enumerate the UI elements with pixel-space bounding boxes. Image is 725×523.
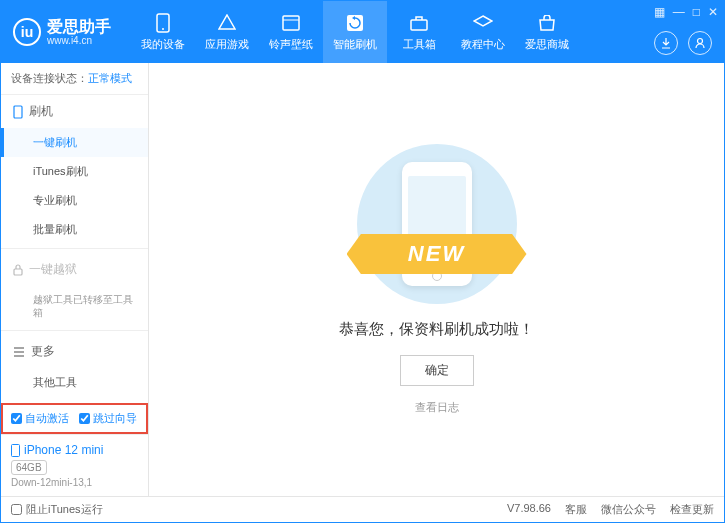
connection-status: 设备连接状态：正常模式 bbox=[1, 63, 148, 95]
sidebar-other-tools[interactable]: 其他工具 bbox=[1, 368, 148, 397]
options-row: 自动激活 跳过向导 bbox=[1, 403, 148, 434]
skip-guide-checkbox[interactable]: 跳过向导 bbox=[79, 411, 137, 426]
svg-rect-7 bbox=[14, 269, 22, 275]
phone-icon bbox=[153, 13, 173, 33]
nav-store[interactable]: 爱思商城 bbox=[515, 1, 579, 63]
wallpaper-icon bbox=[281, 13, 301, 33]
svg-rect-2 bbox=[283, 16, 299, 30]
app-site: www.i4.cn bbox=[47, 35, 111, 46]
sidebar-itunes-flash[interactable]: iTunes刷机 bbox=[1, 157, 148, 186]
device-phone-icon bbox=[11, 444, 20, 457]
svg-point-5 bbox=[698, 39, 703, 44]
success-illustration: NEW bbox=[357, 144, 517, 304]
success-message: 恭喜您，保资料刷机成功啦！ bbox=[339, 320, 534, 339]
lock-icon bbox=[13, 264, 23, 276]
refresh-icon bbox=[345, 13, 365, 33]
new-ribbon: NEW bbox=[347, 234, 527, 274]
user-button[interactable] bbox=[688, 31, 712, 55]
device-name-text: iPhone 12 mini bbox=[24, 443, 103, 457]
svg-point-1 bbox=[162, 28, 164, 30]
footer: 阻止iTunes运行 V7.98.66 客服 微信公众号 检查更新 bbox=[1, 496, 724, 522]
graduation-icon bbox=[473, 13, 493, 33]
flash-group[interactable]: 刷机 bbox=[1, 95, 148, 128]
main-content: NEW 恭喜您，保资料刷机成功啦！ 确定 查看日志 bbox=[149, 63, 724, 496]
sidebar-pro-flash[interactable]: 专业刷机 bbox=[1, 186, 148, 215]
maximize-button[interactable]: □ bbox=[693, 5, 700, 19]
svg-rect-6 bbox=[14, 106, 22, 118]
block-itunes-checkbox[interactable]: 阻止iTunes运行 bbox=[11, 502, 103, 517]
nav-ringtone[interactable]: 铃声壁纸 bbox=[259, 1, 323, 63]
svg-rect-8 bbox=[12, 444, 20, 456]
logo-icon: iu bbox=[13, 18, 41, 46]
sidebar-onekey-flash[interactable]: 一键刷机 bbox=[1, 128, 148, 157]
device-firmware: Down-12mini-13,1 bbox=[11, 477, 138, 488]
nav-apps[interactable]: 应用游戏 bbox=[195, 1, 259, 63]
minimize-button[interactable]: — bbox=[673, 5, 685, 19]
list-icon bbox=[13, 347, 25, 357]
jailbreak-group: 一键越狱 bbox=[1, 253, 148, 286]
store-icon bbox=[537, 13, 557, 33]
window-controls: ▦ — □ ✕ bbox=[654, 5, 718, 19]
download-button[interactable] bbox=[654, 31, 678, 55]
wechat-link[interactable]: 微信公众号 bbox=[601, 502, 656, 517]
view-log-link[interactable]: 查看日志 bbox=[415, 400, 459, 415]
header: iu 爱思助手 www.i4.cn 我的设备 应用游戏 铃声壁纸 智能刷机 bbox=[1, 1, 724, 63]
main-nav: 我的设备 应用游戏 铃声壁纸 智能刷机 工具箱 教程中心 bbox=[131, 1, 579, 63]
more-group[interactable]: 更多 bbox=[1, 335, 148, 368]
nav-flash[interactable]: 智能刷机 bbox=[323, 1, 387, 63]
phone-small-icon bbox=[13, 105, 23, 119]
logo-area: iu 爱思助手 www.i4.cn bbox=[1, 18, 123, 47]
sidebar: 设备连接状态：正常模式 刷机 一键刷机 iTunes刷机 专业刷机 批量刷机 一… bbox=[1, 63, 149, 496]
menu-button[interactable]: ▦ bbox=[654, 5, 665, 19]
app-window: iu 爱思助手 www.i4.cn 我的设备 应用游戏 铃声壁纸 智能刷机 bbox=[0, 0, 725, 523]
device-info[interactable]: iPhone 12 mini 64GB Down-12mini-13,1 bbox=[1, 434, 148, 496]
jailbreak-note: 越狱工具已转移至工具箱 bbox=[1, 286, 148, 326]
version-label: V7.98.66 bbox=[507, 502, 551, 517]
nav-tutorial[interactable]: 教程中心 bbox=[451, 1, 515, 63]
confirm-button[interactable]: 确定 bbox=[400, 355, 474, 386]
sidebar-batch-flash[interactable]: 批量刷机 bbox=[1, 215, 148, 244]
device-storage: 64GB bbox=[11, 460, 47, 475]
support-link[interactable]: 客服 bbox=[565, 502, 587, 517]
auto-activate-checkbox[interactable]: 自动激活 bbox=[11, 411, 69, 426]
close-button[interactable]: ✕ bbox=[708, 5, 718, 19]
update-link[interactable]: 检查更新 bbox=[670, 502, 714, 517]
nav-my-device[interactable]: 我的设备 bbox=[131, 1, 195, 63]
apps-icon bbox=[217, 13, 237, 33]
toolbox-icon bbox=[409, 13, 429, 33]
app-name: 爱思助手 bbox=[47, 18, 111, 36]
nav-toolbox[interactable]: 工具箱 bbox=[387, 1, 451, 63]
svg-rect-4 bbox=[411, 20, 427, 30]
